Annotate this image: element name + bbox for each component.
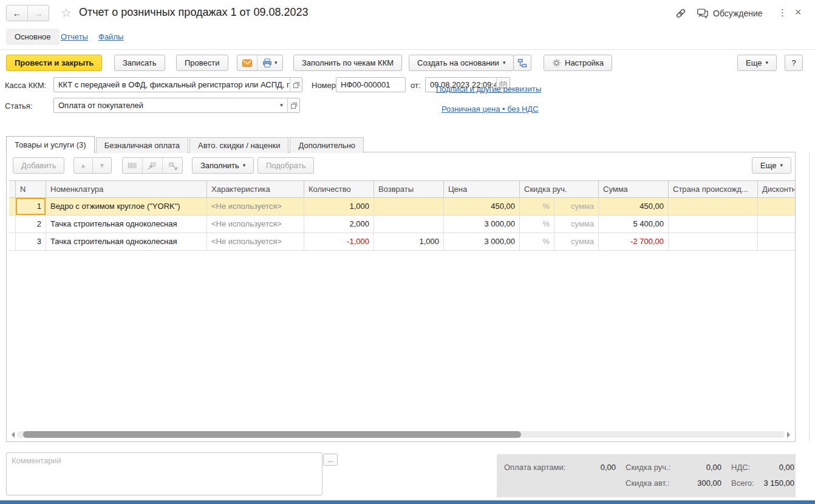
copy-link-button[interactable]: [674, 7, 687, 20]
move-up-button[interactable]: ▲: [74, 158, 92, 173]
fill-button[interactable]: Заполнить ▾: [192, 157, 254, 174]
discussion-button[interactable]: [696, 7, 709, 20]
cell-quantity[interactable]: -1,000: [304, 233, 374, 250]
cell-country[interactable]: [669, 198, 758, 215]
barcode-out-button[interactable]: [162, 158, 182, 173]
table-row[interactable]: 1 Ведро с отжимом круглое ("YORK") <Не и…: [9, 198, 796, 216]
cell-sum[interactable]: 5 400,00: [599, 216, 669, 233]
send-email-button[interactable]: [237, 55, 257, 70]
cell-quantity[interactable]: 1,000: [304, 198, 374, 215]
col-quantity[interactable]: Количество: [304, 181, 374, 197]
barcode-in-button[interactable]: [142, 158, 162, 173]
scroll-left-arrow-icon[interactable]: [12, 432, 15, 438]
col-price[interactable]: Цена: [444, 181, 520, 197]
col-n[interactable]: N: [15, 181, 46, 197]
cell-discount-sum[interactable]: сумма: [554, 216, 599, 233]
command-more-button[interactable]: Еще ▾: [737, 55, 777, 71]
cell-discount-pct[interactable]: %: [520, 233, 554, 250]
save-button[interactable]: Записать: [114, 55, 165, 71]
cell-discount-card[interactable]: [758, 233, 796, 250]
signatures-link[interactable]: Подписи и другие реквизиты: [436, 84, 541, 94]
forward-button[interactable]: →: [27, 5, 49, 21]
post-and-close-button[interactable]: Провести и закрыть: [6, 55, 102, 71]
help-button[interactable]: ?: [785, 55, 803, 71]
move-down-button[interactable]: ▼: [92, 158, 111, 173]
tab-cashless-payment[interactable]: Безналичная оплата: [96, 137, 188, 153]
article-value[interactable]: Оплата от покупателей: [54, 98, 276, 112]
post-button[interactable]: Провести: [176, 55, 228, 71]
cell-returns[interactable]: [374, 198, 444, 215]
col-characteristic[interactable]: Характеристика: [207, 181, 304, 197]
comment-input[interactable]: [6, 452, 322, 495]
kassa-field[interactable]: ККТ с передачей в ОФД, фискальный регист…: [53, 77, 302, 92]
cell-n[interactable]: 3: [15, 233, 46, 250]
cell-discount-pct[interactable]: %: [520, 198, 554, 215]
cell-nomenclature[interactable]: Ведро с отжимом круглое ("YORK"): [46, 198, 207, 215]
col-discount-card[interactable]: Дисконтна: [758, 181, 796, 197]
article-open-button[interactable]: [287, 98, 299, 112]
settings-button[interactable]: Настройка: [544, 55, 612, 71]
kassa-value[interactable]: ККТ с передачей в ОФД, фискальный регист…: [54, 78, 290, 92]
cell-sum[interactable]: -2 700,00: [599, 233, 669, 250]
header-separator: [0, 49, 815, 50]
table-row[interactable]: 2 Тачка строительная одноколесная <Не ис…: [9, 216, 796, 233]
cell-discount-sum[interactable]: сумма: [554, 233, 599, 250]
col-returns[interactable]: Возвраты: [374, 181, 444, 197]
number-field[interactable]: НФ00-000001: [336, 77, 406, 92]
discussion-label[interactable]: Обсуждение: [713, 9, 763, 18]
cell-price[interactable]: 3 000,00: [444, 233, 520, 250]
structure-button[interactable]: [513, 55, 531, 71]
cell-nomenclature[interactable]: Тачка строительная одноколесная: [46, 216, 207, 233]
cell-characteristic[interactable]: <Не используется>: [207, 216, 304, 233]
price-type-link[interactable]: Розничная цена • без НДС: [442, 104, 539, 114]
scrollbar-track[interactable]: [17, 431, 785, 438]
cell-characteristic[interactable]: <Не используется>: [207, 198, 304, 215]
comment-more-button[interactable]: ...: [323, 454, 338, 466]
back-button[interactable]: ←: [7, 5, 27, 21]
print-button[interactable]: ▾: [257, 55, 282, 70]
kassa-open-button[interactable]: [290, 78, 302, 92]
cell-discount-pct[interactable]: %: [520, 216, 554, 233]
tab-auto-discounts[interactable]: Авто. скидки / наценки: [189, 137, 288, 153]
article-dropdown-button[interactable]: ▾: [276, 98, 287, 112]
cell-n[interactable]: 2: [15, 216, 46, 233]
tab-goods-services[interactable]: Товары и услуги (3): [6, 136, 95, 153]
cell-country[interactable]: [669, 216, 758, 233]
cell-price[interactable]: 3 000,00: [444, 216, 520, 233]
horizontal-scrollbar[interactable]: [12, 431, 790, 438]
more-menu-icon[interactable]: ⋮: [778, 7, 788, 18]
col-country[interactable]: Страна происхожд...: [669, 181, 758, 197]
pick-button[interactable]: Подобрать: [257, 157, 314, 174]
nav-link-reports[interactable]: Отчеты: [61, 32, 88, 41]
col-nomenclature[interactable]: Номенклатура: [46, 181, 207, 197]
cell-returns[interactable]: 1,000: [374, 233, 444, 250]
cell-n[interactable]: 1: [15, 198, 46, 215]
barcode-scan-button[interactable]: [123, 158, 142, 173]
favorite-star-icon[interactable]: ☆: [61, 7, 72, 19]
cell-discount-card[interactable]: [758, 198, 796, 215]
cell-quantity[interactable]: 2,000: [304, 216, 374, 233]
col-sum[interactable]: Сумма: [599, 181, 669, 197]
grid-more-button[interactable]: Еще ▾: [752, 157, 791, 174]
cell-price[interactable]: 450,00: [444, 198, 520, 215]
cell-country[interactable]: [669, 233, 758, 250]
article-field[interactable]: Оплата от покупателей ▾: [53, 98, 300, 113]
number-value[interactable]: НФ00-000001: [336, 78, 405, 92]
cell-characteristic[interactable]: <Не используется>: [207, 233, 304, 250]
table-row[interactable]: 3 Тачка строительная одноколесная <Не ис…: [9, 233, 796, 251]
cell-nomenclature[interactable]: Тачка строительная одноколесная: [46, 233, 207, 250]
close-icon[interactable]: ×: [795, 6, 802, 19]
col-manual-discount[interactable]: Скидка руч.: [520, 181, 599, 197]
cell-sum[interactable]: 450,00: [599, 198, 669, 215]
scroll-right-arrow-icon[interactable]: [787, 432, 790, 438]
add-row-button[interactable]: Добавить: [13, 157, 64, 174]
cell-returns[interactable]: [374, 216, 444, 233]
create-based-on-button[interactable]: Создать на основании ▾: [409, 55, 514, 71]
cell-discount-sum[interactable]: сумма: [554, 198, 599, 215]
cell-discount-card[interactable]: [758, 216, 796, 233]
tab-additional[interactable]: Дополнительно: [290, 137, 364, 153]
fill-by-kkm-button[interactable]: Заполнить по чекам ККМ: [293, 55, 402, 71]
scrollbar-thumb[interactable]: [23, 431, 521, 438]
nav-link-files[interactable]: Файлы: [98, 32, 123, 41]
nav-tab-main[interactable]: Основное: [6, 29, 60, 45]
